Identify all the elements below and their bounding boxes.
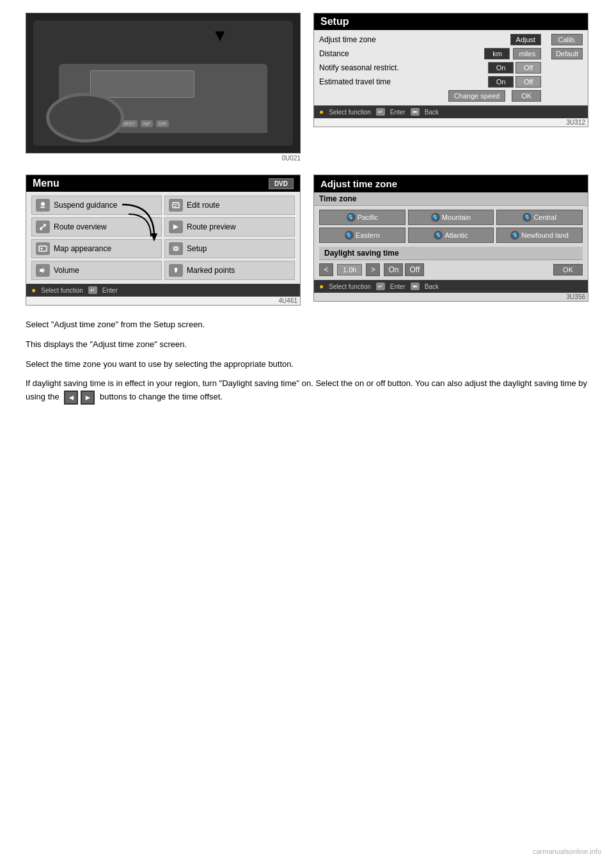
dls-value: 1.0h [337,264,362,275]
menu-footer: ● Select function ↵ Enter [26,284,300,297]
atz-screen-col: Adjust time zone Time zone 🌎 Pacific 🌎 M… [313,174,588,302]
tz-eastern-btn[interactable]: 🌎 Eastern [319,228,405,243]
menu-enter-icon: ↵ [88,286,97,294]
volume-label: Volume [54,266,79,275]
setup-row-distance: Distance km miles [319,48,541,59]
menu-item-mapappearance[interactable]: Map appearance [31,239,162,258]
calib-btn[interactable]: Calib. [551,34,583,45]
menu-item-setup[interactable]: Setup [164,239,295,258]
newfoundland-icon: 🌎 [510,231,519,240]
routepreview-icon [169,221,183,233]
body-text-4: If daylight saving time is in effect in … [26,377,588,405]
atz-enter-label: Enter [390,283,405,290]
menu-screen-col: Menu DVD Suspend guidance [26,174,301,306]
atz-back-label: Back [425,283,439,290]
dls-on-btn[interactable]: On [384,263,403,276]
seasonal-on-btn[interactable]: On [488,62,514,74]
eastern-label: Eastern [356,231,380,239]
back-icon: ⬅ [411,108,420,116]
mapappearance-icon [36,242,50,255]
next-arrow-btn[interactable]: ► [81,391,95,405]
markedpoints-label: Marked points [187,266,235,275]
atz-select-dot: ● [319,282,324,291]
atz-code: 3U356 [314,293,588,301]
adjust-timezone-btn[interactable]: Adjust [510,34,542,45]
mountain-icon: 🌎 [431,213,440,222]
menu-title-bar: Menu DVD [26,175,300,192]
dls-off-btn[interactable]: Off [405,263,424,276]
setup-row-timezone: Adjust time zone Adjust [319,34,541,45]
central-icon: 🌎 [523,213,531,222]
seasonal-off-btn[interactable]: Off [516,62,541,74]
central-label: Central [533,213,556,221]
km-miles-group: km miles [482,48,541,59]
miles-btn[interactable]: miles [513,48,541,59]
tz-atlantic-btn[interactable]: 🌎 Atlantic [408,228,494,243]
setup-back-label: Back [425,109,439,116]
routepreview-label: Route preview [187,222,236,231]
svg-rect-1 [173,203,179,208]
change-speed-row: Change speed OK [319,90,541,102]
ok-btn[interactable]: OK [512,90,541,102]
menu-item-editroute[interactable]: Edit route [164,196,295,215]
daylight-controls: < 1.0h > On Off OK [319,263,583,276]
menu-select-label: Select function [41,287,83,294]
menu-item-suspend[interactable]: Suspend guidance [31,196,162,215]
pacific-label: Pacific [358,213,378,221]
km-btn[interactable]: km [484,48,510,59]
daylight-section-label: Daylight saving time [319,247,583,260]
dls-next-btn[interactable]: > [366,263,380,276]
tz-newfoundland-btn[interactable]: 🌎 Newfound land [496,228,583,243]
menu-item-routeoverview[interactable]: Route overview [31,217,162,236]
travel-off-btn[interactable]: Off [516,76,541,88]
menu-item-routepreview[interactable]: Route preview [164,217,295,236]
car-image-inner: ACK MENU DEST INF DIR ▼ [26,13,300,153]
watermark: carmanualsonline.info [533,848,601,855]
dls-on-off-group: On Off [384,263,424,276]
body-text-2: This displays the "Adjust time zone" scr… [26,338,588,352]
setup-enter-label: Enter [390,109,405,116]
dvd-badge: DVD [269,178,294,189]
menu-item-volume[interactable]: Volume [31,261,162,280]
dls-prev-btn[interactable]: < [319,263,333,276]
setup-row-seasonal: Notify seasonal restrict. On Off [319,62,541,74]
setup-select-label: Select function [329,109,371,116]
distance-label: Distance [319,49,482,58]
car-image-box: ACK MENU DEST INF DIR ▼ [26,13,301,153]
setup-rows-area: Adjust time zone Adjust Distance km mile… [319,34,541,102]
menu-item-markedpoints[interactable]: Marked points [164,261,295,280]
svg-point-5 [43,224,46,226]
editroute-icon [169,199,183,212]
travel-on-btn[interactable]: On [488,76,514,88]
mountain-label: Mountain [442,213,471,221]
tz-mountain-btn[interactable]: 🌎 Mountain [408,210,494,225]
seasonal-label: Notify seasonal restrict. [319,63,486,72]
atz-screen: Adjust time zone Time zone 🌎 Pacific 🌎 M… [313,174,588,302]
car-image-col: ACK MENU DEST INF DIR ▼ [26,13,301,162]
dls-ok-btn[interactable]: OK [553,264,583,275]
menu-code: 4U461 [26,297,300,305]
svg-rect-7 [39,246,47,251]
menu-screen: Menu DVD Suspend guidance [26,174,301,306]
setup-screen: Setup Adjust time zone Adjust Distance [313,13,588,127]
change-speed-btn[interactable]: Change speed [448,90,506,102]
atlantic-icon: 🌎 [434,231,443,240]
menu-body: Suspend guidance Edit route Route overvi… [26,192,300,284]
atz-title: Adjust time zone [314,175,588,192]
svg-point-8 [41,248,43,250]
body-text-area: Select "Adjust time zone" from the Setup… [26,318,588,405]
setup-code: 3U312 [314,118,588,127]
tz-central-btn[interactable]: 🌎 Central [496,210,583,225]
prev-arrow-btn[interactable]: ◄ [64,391,78,405]
eastern-icon: 🌎 [345,231,354,240]
car-image-code: 0U021 [26,155,301,162]
tz-pacific-btn[interactable]: 🌎 Pacific [319,210,405,225]
tz-subtitle: Time zone [314,192,588,206]
body-text-3: Select the time zone you want to use by … [26,358,588,371]
setup-title: Setup [314,13,588,30]
default-btn[interactable]: Default [551,48,583,59]
setup-footer: ● Select function ↵ Enter ⬅ Back [314,105,588,118]
atz-select-label: Select function [329,283,371,290]
atz-enter-icon: ↵ [376,283,385,290]
enter-icon: ↵ [376,108,385,116]
